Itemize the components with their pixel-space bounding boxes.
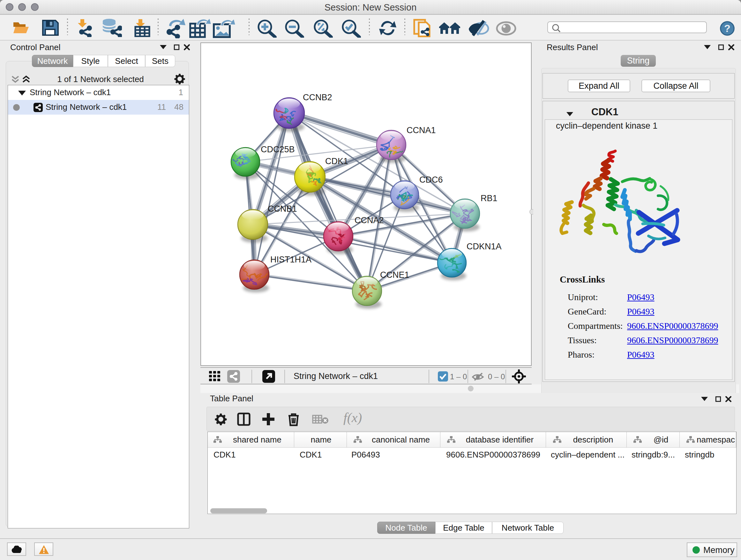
svg-text:CCNB1: CCNB1 — [268, 204, 297, 213]
svg-text:?: ? — [724, 23, 731, 34]
svg-text:CCNA2: CCNA2 — [354, 215, 384, 225]
svg-text:CCNB2: CCNB2 — [303, 92, 332, 102]
svg-text:CCNA1: CCNA1 — [407, 125, 436, 135]
svg-text:CDK1: CDK1 — [325, 157, 348, 166]
svg-text:RB1: RB1 — [481, 193, 497, 203]
svg-text:CDC6: CDC6 — [419, 175, 443, 185]
svg-text:CDC25B: CDC25B — [261, 145, 295, 154]
svg-text:HIST1H1A: HIST1H1A — [270, 255, 312, 264]
svg-text:CCNE1: CCNE1 — [380, 270, 409, 280]
svg-text:CDKN1A: CDKN1A — [467, 242, 502, 251]
